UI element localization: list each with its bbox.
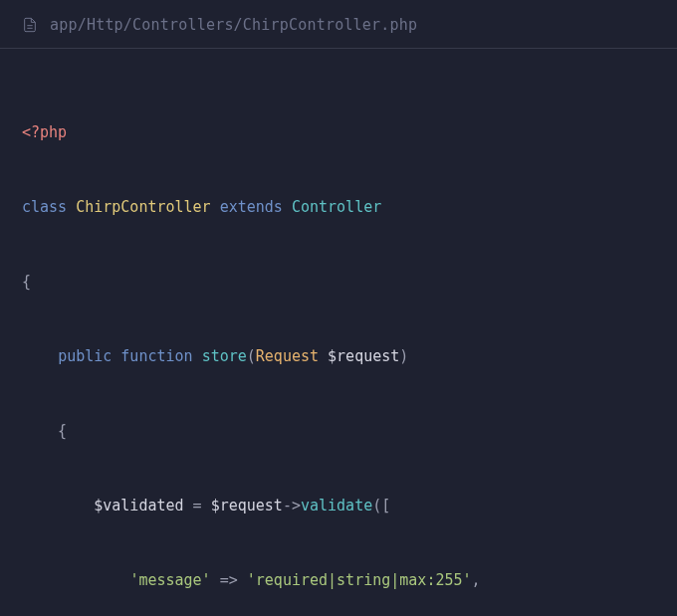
variable: $validated [94, 497, 183, 514]
code-line: public function store(Request $request) [22, 338, 655, 376]
code-line: { [22, 413, 655, 451]
string-literal: 'required|string|max:255' [247, 571, 472, 589]
string-literal: 'message' [129, 571, 210, 589]
keyword-class: class [22, 198, 67, 216]
code-line: <?php [22, 114, 655, 152]
php-open-tag: <?php [22, 123, 67, 141]
variable: $request [328, 347, 399, 365]
keyword-extends: extends [220, 198, 283, 216]
variable: $request [211, 497, 283, 514]
arrow-op: -> [283, 497, 301, 514]
code-line: { [22, 264, 655, 302]
paren-open: ( [247, 347, 256, 365]
code-line: $validated = $request->validate([ [22, 488, 655, 525]
file-icon [22, 17, 38, 33]
keyword-function: function [120, 347, 192, 365]
operator: = [184, 497, 211, 514]
file-header: app/Http/Controllers/ChirpController.php [0, 0, 677, 49]
keyword-public: public [58, 347, 112, 365]
fat-arrow: => [211, 571, 247, 589]
type-hint: Request [256, 347, 319, 365]
function-name: store [202, 347, 247, 365]
parent-class: Controller [292, 198, 381, 216]
method-call: validate [301, 497, 372, 514]
code-block: <?php class ChirpController extends Cont… [0, 49, 677, 616]
file-path: app/Http/Controllers/ChirpController.php [50, 16, 417, 34]
comma: , [472, 571, 481, 589]
code-line: class ChirpController extends Controller [22, 189, 655, 227]
array-open: ([ [372, 497, 390, 514]
class-name: ChirpController [76, 198, 210, 216]
code-line: 'message' => 'required|string|max:255', [22, 562, 655, 600]
paren-close: ) [399, 347, 408, 365]
